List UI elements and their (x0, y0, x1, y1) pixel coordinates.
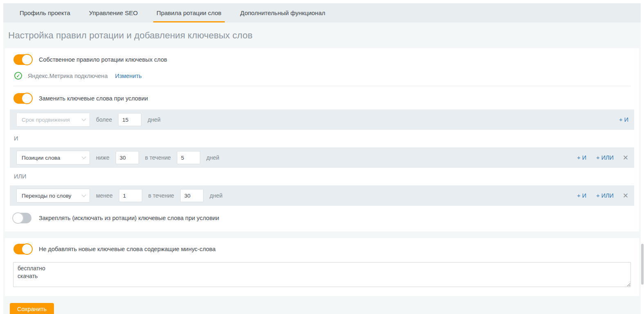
tab-additional-functionality[interactable]: Дополнительный функционал (237, 3, 329, 22)
own-rule-label: Собственное правило ротации ключевых сло… (39, 56, 167, 63)
save-button[interactable]: Сохранить (10, 303, 54, 314)
days-label-2: дней (206, 154, 219, 161)
pin-condition-row: Закреплять (исключать из ротации) ключев… (13, 213, 634, 223)
page-title: Настройка правил ротации и добавления кл… (5, 22, 639, 48)
days-label-1: дней (148, 116, 161, 123)
minus-words-label: Не добавлять новые ключевые слова содерж… (39, 246, 216, 252)
metric-select-2-value: Позиции слова (22, 155, 60, 161)
duration-input-3[interactable] (180, 189, 203, 202)
during-label-2: в течение (145, 154, 171, 161)
group-label-and: И (14, 135, 634, 142)
tab-project-profile[interactable]: Профиль проекта (16, 3, 74, 22)
metric-select-1[interactable]: Срок продвижения (16, 113, 90, 127)
replace-keywords-label: Заменить ключевые слова при условии (39, 95, 148, 102)
comparator-label-3: менее (96, 192, 113, 199)
add-and-link-3[interactable]: + И (577, 192, 586, 199)
condition-row-1: Срок продвижения более дней + И (10, 109, 634, 130)
comparator-label-1: более (96, 116, 112, 123)
divider (13, 86, 631, 86)
add-and-link-1[interactable]: + И (619, 116, 628, 123)
metric-select-3-value: Переходы по слову (22, 193, 72, 199)
minus-words-toggle[interactable] (13, 244, 31, 254)
toggle-knob (21, 243, 33, 255)
condition-links-3: + И + ИЛИ ✕ (567, 192, 628, 199)
value-input-1[interactable] (118, 113, 141, 126)
chevron-down-icon (81, 116, 86, 121)
metrika-change-link[interactable]: Изменить (115, 73, 141, 79)
chevron-down-icon (81, 192, 86, 197)
page: Профиль проекта Управление SEO Правила р… (3, 3, 641, 314)
remove-condition-icon-3[interactable]: ✕ (623, 192, 628, 199)
condition-row-2: Позиции слова ниже в течение дней + И + … (10, 147, 634, 168)
toggle-knob (12, 212, 24, 224)
toggle-knob (21, 54, 33, 65)
duration-input-2[interactable] (177, 151, 200, 164)
condition-row-3: Переходы по слову менее в течение дней +… (10, 185, 634, 206)
days-label-3: дней (210, 192, 223, 199)
condition-links-1: + И (609, 116, 628, 123)
replace-keywords-toggle[interactable] (13, 93, 31, 104)
value-input-3[interactable] (119, 189, 142, 202)
comparator-label-2: ниже (96, 154, 110, 161)
replace-condition-row: Заменить ключевые слова при условии (13, 93, 634, 104)
minus-words-row: Не добавлять новые ключевые слова содерж… (13, 244, 631, 254)
condition-links-2: + И + ИЛИ ✕ (567, 154, 628, 161)
tabbar: Профиль проекта Управление SEO Правила р… (3, 3, 641, 22)
remove-condition-icon-2[interactable]: ✕ (623, 154, 628, 161)
pin-keywords-toggle[interactable] (13, 213, 31, 223)
scrollbar-thumb[interactable] (641, 244, 644, 285)
metrika-status-text: Яндекс.Метрика подключена (28, 73, 107, 79)
value-input-2[interactable] (116, 151, 139, 164)
own-rule-toggle[interactable] (13, 54, 31, 65)
add-or-link-3[interactable]: + ИЛИ (596, 192, 614, 199)
during-label-3: в течение (148, 192, 174, 199)
add-and-link-2[interactable]: + И (577, 154, 586, 161)
metric-select-2[interactable]: Позиции слова (16, 151, 90, 165)
rotation-rules-panel: Собственное правило ротации ключевых сло… (5, 48, 639, 232)
toggle-knob (21, 93, 33, 104)
metrika-status-row: ✓ Яндекс.Метрика подключена Изменить (14, 72, 634, 80)
own-rule-row: Собственное правило ротации ключевых сло… (13, 54, 634, 65)
tab-word-rotation-rules[interactable]: Правила ротации слов (153, 3, 225, 22)
chevron-down-icon (81, 154, 86, 159)
pin-keywords-label: Закреплять (исключать из ротации) ключев… (39, 215, 219, 221)
tab-seo-management[interactable]: Управление SEO (86, 3, 141, 22)
group-label-or: ИЛИ (14, 173, 634, 180)
content-area: Настройка правил ротации и добавления кл… (3, 22, 641, 314)
add-or-link-2[interactable]: + ИЛИ (596, 154, 614, 161)
success-check-icon: ✓ (14, 72, 22, 80)
metric-select-3[interactable]: Переходы по слову (16, 189, 90, 203)
metric-select-1-value: Срок продвижения (22, 117, 70, 123)
minus-words-textarea[interactable] (13, 262, 631, 287)
minus-words-panel: Не добавлять новые ключевые слова содерж… (5, 238, 639, 296)
